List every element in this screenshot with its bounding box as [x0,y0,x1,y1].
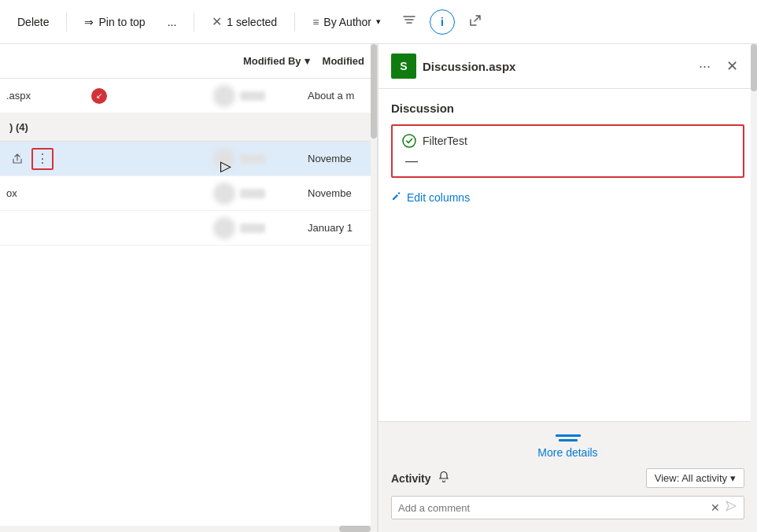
toolbar: Delete ⇒ Pin to top ... ✕ 1 selected ≡ B… [0,0,757,44]
row-name-3: ox [6,187,85,199]
by-author-button[interactable]: ≡ By Author ▾ [305,11,389,33]
delete-button[interactable]: Delete [9,11,57,33]
separator-2 [194,13,194,31]
selected-count-indicator: ✕ 1 selected [204,9,285,34]
by-author-label: By Author [323,16,371,28]
filter-button[interactable] [395,9,423,34]
section-title: Discussion [391,102,744,115]
avatar-2 [213,148,235,170]
modified-by-cell-2 [213,148,308,170]
comment-clear-button[interactable]: ✕ [711,501,720,514]
list-horizontal-scrollbar[interactable] [0,526,371,532]
file-icon: S [391,54,416,79]
detail-content: Discussion FilterTest — [378,89,757,421]
file-icon-text: S [400,60,407,72]
group-by-icon: ≡ [312,16,319,28]
table-row[interactable]: January 1 [0,211,377,246]
table-row[interactable]: ox Novembe [0,176,377,211]
col-modified: Modified [316,55,371,67]
view-all-label: View: All activity [655,472,727,484]
bell-icon[interactable] [438,471,450,486]
sort-chevron-icon: ▾ [305,55,310,67]
svg-point-0 [403,135,415,147]
avatar-3 [213,183,235,205]
pin-to-top-button[interactable]: ⇒ Pin to top [76,11,153,33]
modified-by-cell-4 [213,217,308,239]
list-panel: Modified By ▾ Modified ▷ .aspx ↙ [0,44,378,532]
detail-vertical-scrollbar[interactable] [751,44,757,532]
edit-icon [391,190,402,204]
detail-close-button[interactable]: ✕ [720,54,744,78]
more-details-lines [556,434,581,441]
detail-scrollbar-thumb [751,44,757,91]
selected-count-label: 1 selected [227,16,277,28]
avatar-1 [213,85,235,107]
view-all-activity-dropdown[interactable]: View: All activity ▾ [646,468,744,488]
list-scrollbar-thumb [371,44,377,139]
more-details-section: More details Activity View: All activity… [378,421,757,532]
activity-row: Activity View: All activity ▾ [391,468,744,488]
main-layout: Modified By ▾ Modified ▷ .aspx ↙ [0,44,757,532]
separator-3 [294,13,295,31]
pin-icon: ⇒ [84,16,94,28]
detail-header-actions: ··· ✕ [692,54,744,78]
avatar-4 [213,217,235,239]
info-button[interactable]: i [430,9,455,35]
dropdown-chevron-icon: ▾ [730,472,736,484]
more-details-header: More details [391,434,744,459]
list-vertical-scrollbar[interactable] [371,44,377,532]
more-actions-button[interactable]: ... [160,11,185,33]
list-rows: ▷ .aspx ↙ About a m ) (4) [0,79,377,532]
modified-by-cell-3 [213,183,308,205]
row-actions-2: ⋮ [6,148,54,170]
modified-by-cell-1 [213,85,308,107]
expand-icon [469,14,482,30]
detail-line-1 [556,434,581,437]
name-blur-2 [240,154,265,164]
filter-test-dash: — [405,154,733,168]
list-horizontal-scrollbar-thumb [339,526,371,532]
group-header-label: ) (4) [9,121,28,133]
filter-icon [403,14,415,29]
check-circle-icon [402,134,416,148]
edit-columns-button[interactable]: Edit columns [391,187,470,207]
comment-input-row: ✕ [391,496,744,519]
comment-send-button[interactable] [725,500,737,515]
modified-cell-2: Novembe [308,153,371,164]
detail-line-2 [559,439,578,441]
filter-test-row: FilterTest [402,134,733,148]
filter-test-name: FilterTest [423,135,467,147]
table-row[interactable]: ⋮ Novembe [0,142,377,176]
name-blur-3 [240,189,265,198]
more-actions-icon: ... [168,16,177,28]
row-status-icon: ↙ [91,88,107,104]
table-row[interactable]: .aspx ↙ About a m [0,79,377,113]
modified-label: Modified [323,55,364,67]
row-name-1: .aspx [6,90,85,102]
comment-input[interactable] [398,502,711,514]
column-headers: Modified By ▾ Modified [0,44,377,79]
info-icon: i [441,16,444,28]
filter-test-box: FilterTest — [391,124,744,178]
chevron-down-icon: ▾ [376,17,381,27]
detail-header: S Discussion.aspx ··· ✕ [378,44,757,89]
group-header[interactable]: ) (4) [0,113,377,142]
delete-label: Delete [17,16,49,28]
name-blur-1 [240,91,265,101]
edit-columns-label: Edit columns [407,191,470,204]
detail-more-button[interactable]: ··· [692,55,717,78]
row-more-button[interactable]: ⋮ [31,148,54,170]
separator-1 [66,13,67,31]
activity-label: Activity [391,472,431,485]
detail-panel: S Discussion.aspx ··· ✕ Discussion [378,44,757,532]
name-blur-4 [240,224,265,233]
pin-to-top-label: Pin to top [98,16,145,28]
comment-input-actions: ✕ [711,500,737,515]
modified-cell-1: About a m [308,90,371,102]
expand-button[interactable] [461,9,489,35]
close-selection-icon[interactable]: ✕ [212,14,222,29]
more-details-label[interactable]: More details [537,446,597,459]
row-share-button[interactable] [6,148,28,170]
col-modified-by[interactable]: Modified By ▾ [237,55,316,67]
modified-by-label: Modified By [243,55,301,67]
